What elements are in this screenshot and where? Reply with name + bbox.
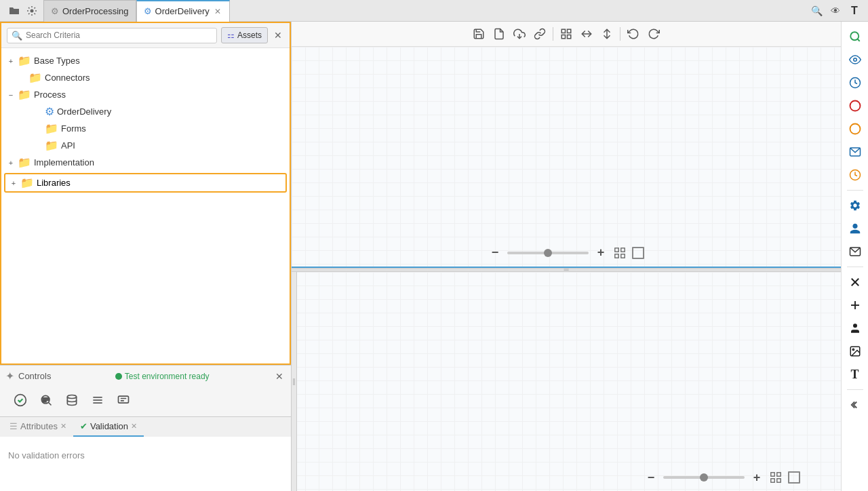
r-icon-plus[interactable] [844,294,866,316]
svg-rect-17 [561,35,565,39]
assets-button[interactable]: ⚏ Assets [221,27,268,43]
ctrl-btn-database[interactable] [62,391,81,410]
r-icon-text[interactable]: T [844,364,866,385]
tool-grid[interactable] [557,24,576,43]
label-libraries: Libraries [37,178,71,188]
r-icon-person-black[interactable] [844,317,866,339]
tool-resize-v[interactable] [597,24,616,43]
tool-doc[interactable] [490,24,509,43]
tab-attributes-label: Attributes [20,421,58,431]
tree-item-forms[interactable]: 📁 Forms [1,120,290,137]
preview-btn[interactable]: 👁 [827,3,844,19]
r-icon-person[interactable] [844,218,866,239]
search-input[interactable] [26,31,212,40]
search-top-btn[interactable]: 🔍 [808,3,825,19]
ctrl-btn-chat[interactable] [114,391,133,410]
folder-icon[interactable] [7,3,22,18]
r-icon-watch[interactable] [844,49,866,71]
tab-validation-close[interactable]: ✕ [131,422,137,431]
svg-point-29 [850,32,859,40]
ctrl-btn-list[interactable] [88,391,107,410]
zoom-slider-top[interactable] [507,252,589,254]
r-icon-circle-orange[interactable] [844,118,866,140]
zoom-fit-top[interactable] [613,246,627,260]
r-icon-gear[interactable] [844,195,866,216]
separator-1 [553,27,553,41]
tree-item-order-delivery[interactable]: ⚙ OrderDelivery [1,103,290,120]
tab-attributes[interactable]: ☰ Attributes ✕ [3,417,73,437]
svg-rect-25 [771,473,774,476]
assets-btn-label: Assets [237,31,262,40]
tab-order-delivery[interactable]: ⚙ OrderDelivery ✕ [136,0,230,22]
toggle-base-types[interactable]: + [7,57,15,65]
r-icon-search[interactable] [844,26,866,47]
zoom-slider-bottom[interactable] [663,476,745,479]
r-icon-email[interactable] [844,141,866,163]
svg-point-33 [850,101,860,111]
zoom-thumb-bottom [700,473,708,482]
tab-validation[interactable]: ✔ Validation ✕ [73,417,144,437]
controls-close-btn[interactable]: ✕ [273,370,285,382]
toggle-libraries[interactable]: + [9,179,18,187]
zoom-square-bottom[interactable] [788,471,800,484]
bottom-tabs: ☰ Attributes ✕ ✔ Validation ✕ No validat… [0,416,291,491]
svg-line-30 [857,39,859,41]
tree-item-connectors[interactable]: 📁 Connectors [1,69,290,86]
tool-save[interactable] [469,24,488,43]
zoom-fit-bottom[interactable] [769,471,783,484]
settings-icon[interactable] [24,3,39,18]
format-btn[interactable]: T [846,3,863,19]
zoom-square-top[interactable] [632,247,644,259]
tool-share[interactable] [510,24,529,43]
r-icon-clock-yellow[interactable] [844,164,866,186]
toggle-process[interactable]: − [7,91,15,99]
search-box[interactable]: 🔍 [7,28,217,43]
zoom-plus-bottom[interactable]: + [750,471,764,484]
tree-item-base-types[interactable]: + 📁 Base Types [1,52,290,69]
label-connectors: Connectors [45,73,90,83]
zoom-minus-top[interactable]: − [488,246,502,260]
folder-icon-libraries: 📁 [20,176,34,189]
r-icon-close[interactable] [844,271,866,293]
ctrl-btn-search[interactable] [37,391,56,410]
canvas-grid-bottom [292,272,841,492]
svg-point-31 [853,58,856,62]
zoom-bar-bottom: − + [644,471,800,484]
tab-order-delivery-icon: ⚙ [144,6,152,16]
tool-undo[interactable] [624,24,643,43]
zoom-minus-bottom[interactable]: − [644,471,658,484]
zoom-plus-top[interactable]: + [594,246,608,260]
tool-link[interactable] [530,24,549,43]
vsplitter[interactable]: ‖ [292,272,297,492]
folder-icon-forms: 📁 [45,122,58,135]
tab-order-processing[interactable]: ⚙ OrderProcessing [43,0,136,22]
icon-sep-1 [847,190,863,191]
r-icon-collapse[interactable] [844,394,866,416]
canvas-top: − + [292,47,841,268]
tab-attributes-close[interactable]: ✕ [60,422,66,431]
canvas-bottom: ‖ − + [292,272,841,492]
toggle-implementation[interactable]: + [7,159,15,167]
tree-item-api[interactable]: 📁 API [1,137,290,154]
r-icon-stop[interactable] [844,95,866,117]
svg-rect-24 [621,254,625,257]
r-icon-mail-dark[interactable] [844,241,866,262]
tool-resize-h[interactable] [577,24,596,43]
folder-icon-process: 📁 [18,88,31,101]
tree-item-libraries[interactable]: + 📁 Libraries [4,173,287,193]
tree-item-implementation[interactable]: + 📁 Implementation [1,154,290,171]
tab-order-processing-label: OrderProcessing [62,6,129,16]
tool-redo[interactable] [644,24,663,43]
controls-icon: ✦ [5,370,14,382]
r-icon-image[interactable] [844,340,866,362]
tree-item-process[interactable]: − 📁 Process [1,86,290,103]
assets-close-btn[interactable]: ✕ [272,29,284,41]
svg-point-0 [31,9,34,12]
tab-close-order-delivery[interactable]: ✕ [213,7,222,16]
main-layout: 🔍 ⚏ Assets ✕ + 📁 Base Types [0,22,868,491]
r-icon-clock-blue[interactable] [844,72,866,94]
svg-point-7 [67,395,76,399]
label-process: Process [34,90,66,100]
zoom-bar-top: − + [488,246,644,260]
ctrl-btn-check[interactable] [11,391,30,410]
